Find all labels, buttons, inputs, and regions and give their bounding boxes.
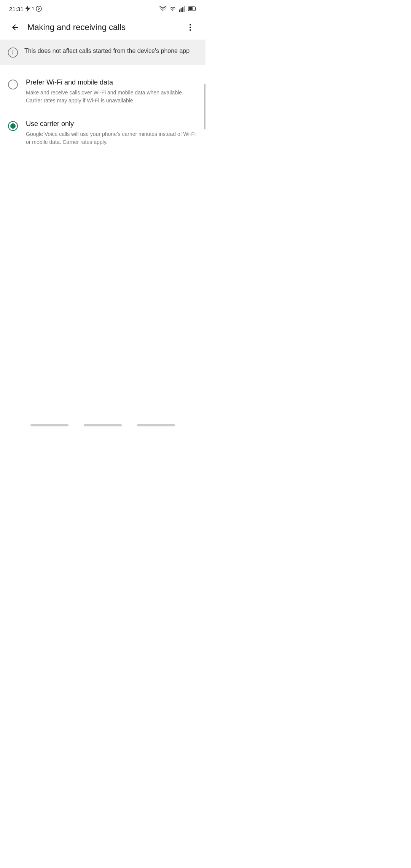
bottom-nav-bar xyxy=(0,424,206,426)
svg-rect-7 xyxy=(189,7,193,10)
nav-pill-right xyxy=(137,424,175,426)
info-circle-icon: i xyxy=(8,47,18,58)
flash-icon xyxy=(25,5,30,12)
wifi-alt-icon xyxy=(169,6,177,12)
signal-icon xyxy=(179,6,186,12)
radio-selected-icon xyxy=(8,121,18,131)
option-carrier-only-text: Use carrier only Google Voice calls will… xyxy=(26,120,198,146)
option-wifi-mobile-desc: Make and receive calls over Wi-Fi and mo… xyxy=(26,89,198,105)
battery-icon xyxy=(188,6,196,11)
svg-rect-2 xyxy=(181,8,182,12)
option-wifi-mobile[interactable]: Prefer Wi-Fi and mobile data Make and re… xyxy=(0,71,206,112)
svg-text:i: i xyxy=(12,49,14,56)
back-button[interactable] xyxy=(6,18,24,37)
option-carrier-only-title: Use carrier only xyxy=(26,120,198,128)
options-container: Prefer Wi-Fi and mobile data Make and re… xyxy=(0,65,206,160)
more-vert-icon xyxy=(186,23,195,32)
svg-point-10 xyxy=(190,29,191,31)
option-carrier-only-desc: Google Voice calls will use your phone's… xyxy=(26,130,198,146)
svg-point-15 xyxy=(10,123,16,129)
back-arrow-icon xyxy=(11,23,20,32)
svg-rect-6 xyxy=(196,8,196,10)
info-banner: i This does not affect calls started fro… xyxy=(0,40,206,65)
option-carrier-only[interactable]: Use carrier only Google Voice calls will… xyxy=(0,112,206,154)
page-title: Making and receiving calls xyxy=(27,22,181,32)
app-bar: Making and receiving calls xyxy=(0,15,206,40)
bug-icon xyxy=(36,6,42,12)
svg-rect-4 xyxy=(184,6,185,12)
status-time: 21:31 xyxy=(9,6,24,12)
svg-point-9 xyxy=(190,27,191,28)
info-banner-text: This does not affect calls started from … xyxy=(24,46,190,56)
svg-rect-3 xyxy=(182,7,183,12)
svg-rect-1 xyxy=(179,10,180,12)
nav-pill-left xyxy=(30,424,68,426)
number-badge: 1 xyxy=(32,6,35,11)
option-wifi-mobile-title: Prefer Wi-Fi and mobile data xyxy=(26,78,198,86)
svg-point-0 xyxy=(36,6,41,11)
nav-pill-center xyxy=(84,424,122,426)
more-options-button[interactable] xyxy=(181,18,199,37)
radio-unselected-icon xyxy=(8,79,18,90)
option-wifi-mobile-text: Prefer Wi-Fi and mobile data Make and re… xyxy=(26,78,198,105)
svg-point-13 xyxy=(8,80,18,89)
status-left: 21:31 1 xyxy=(9,5,42,12)
wifi-icon xyxy=(159,6,167,12)
status-bar: 21:31 1 xyxy=(0,0,206,15)
status-icons xyxy=(159,6,196,12)
scroll-indicator xyxy=(204,84,206,129)
svg-point-8 xyxy=(190,24,191,26)
